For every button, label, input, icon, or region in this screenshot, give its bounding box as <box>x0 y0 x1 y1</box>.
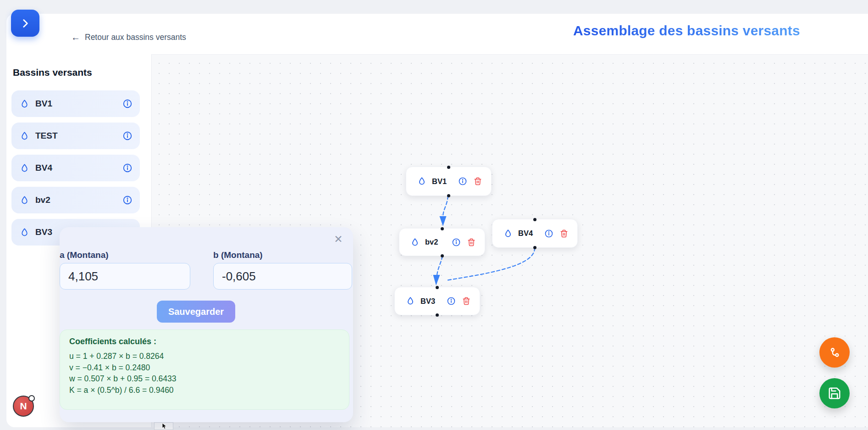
info-icon <box>122 195 133 205</box>
info-button[interactable] <box>122 195 133 205</box>
node-delete-button[interactable] <box>474 177 482 185</box>
node-label: BV3 <box>420 297 435 306</box>
montana-coefficients-modal: ✕ a (Montana) b (Montana) Sauvegarder Co… <box>60 227 353 422</box>
node-info-button[interactable] <box>458 177 467 186</box>
input-b-montana[interactable] <box>213 263 352 290</box>
save-assembly-button[interactable] <box>819 378 850 408</box>
droplet-icon <box>410 238 420 247</box>
flow-node-bv1[interactable]: BV1 <box>406 167 492 196</box>
route-icon <box>828 346 841 359</box>
info-icon <box>122 99 133 109</box>
droplet-icon <box>503 229 513 238</box>
info-button[interactable] <box>122 99 133 109</box>
flow-node-bv3[interactable]: BV3 <box>394 287 480 315</box>
droplet-icon <box>406 296 415 306</box>
node-label: BV1 <box>432 177 447 186</box>
arrow-left-icon: ← <box>71 33 80 42</box>
save-icon <box>828 386 841 400</box>
node-handle-bottom[interactable] <box>447 194 450 197</box>
assemble-route-button[interactable] <box>819 337 850 368</box>
field-label-a-montana: a (Montana) <box>60 250 109 260</box>
info-icon <box>458 177 467 186</box>
trash-icon <box>462 297 470 305</box>
node-handle-bottom[interactable] <box>436 313 439 317</box>
droplet-icon <box>20 163 29 173</box>
info-icon <box>122 131 133 141</box>
user-avatar[interactable]: N <box>13 396 34 417</box>
close-icon: ✕ <box>334 233 343 246</box>
coefficient-line-k: K = a × (0.5^b) / 6.6 = 0.9460 <box>69 385 340 396</box>
save-button[interactable]: Sauvegarder <box>157 301 235 323</box>
computed-coefficients-heading: Coefficients calculés : <box>69 337 340 346</box>
droplet-icon <box>20 195 29 205</box>
coefficient-line-w: w = 0.507 × b + 0.95 = 0.6433 <box>69 373 340 385</box>
node-handle-top[interactable] <box>436 286 439 289</box>
page-title: Assemblage des bassins versants <box>573 23 807 39</box>
droplet-icon <box>20 131 29 141</box>
node-info-button[interactable] <box>447 296 456 306</box>
avatar-status-badge <box>28 395 35 402</box>
trash-icon <box>560 229 568 238</box>
back-link-label: Retour aux bassins versants <box>85 33 186 42</box>
computed-coefficients-box: Coefficients calculés : u = 1 + 0.287 × … <box>60 329 349 410</box>
trash-icon <box>474 177 482 185</box>
trash-icon <box>467 238 475 246</box>
sidebar-item-bv1[interactable]: BV1 <box>11 90 140 117</box>
info-icon <box>122 163 133 173</box>
input-a-montana[interactable] <box>60 263 190 290</box>
info-button[interactable] <box>122 131 133 141</box>
node-handle-bottom[interactable] <box>441 254 444 257</box>
sidebar-item-label: BV4 <box>35 163 52 173</box>
coefficient-line-v: v = −0.41 × b = 0.2480 <box>69 362 340 374</box>
sidebar-heading: Bassins versants <box>13 67 92 78</box>
node-handle-top[interactable] <box>533 218 536 221</box>
sidebar-item-bv2[interactable]: bv2 <box>11 187 140 213</box>
node-info-button[interactable] <box>544 229 553 238</box>
droplet-icon <box>20 99 29 109</box>
node-delete-button[interactable] <box>462 297 470 305</box>
sidebar-item-label: BV1 <box>35 99 52 109</box>
sidebar-item-test[interactable]: TEST <box>11 123 140 149</box>
avatar-initial: N <box>20 401 27 412</box>
chevron-right-icon <box>19 17 31 29</box>
info-icon <box>447 296 456 306</box>
node-delete-button[interactable] <box>560 229 568 238</box>
back-link[interactable]: ← Retour aux bassins versants <box>71 31 186 43</box>
sidebar-item-bv4[interactable]: BV4 <box>11 155 140 181</box>
sidebar-toggle-button[interactable] <box>11 10 39 37</box>
node-label: BV4 <box>518 229 533 238</box>
flow-node-bv2[interactable]: bv2 <box>399 228 485 256</box>
node-handle-top[interactable] <box>441 227 444 230</box>
modal-close-button[interactable]: ✕ <box>330 231 347 247</box>
canvas-controls-sliver <box>154 422 173 430</box>
sidebar-item-label: bv2 <box>35 195 50 205</box>
node-info-button[interactable] <box>452 238 461 247</box>
node-handle-top[interactable] <box>447 166 450 169</box>
droplet-icon <box>20 228 29 237</box>
node-handle-bottom[interactable] <box>533 246 536 249</box>
info-button[interactable] <box>122 163 133 173</box>
app-window: { "header": { "back_label": "Retour aux … <box>0 0 868 430</box>
droplet-icon <box>417 177 426 186</box>
sidebar-item-label: TEST <box>35 131 58 141</box>
coefficient-line-u: u = 1 + 0.287 × b = 0.8264 <box>69 351 340 362</box>
info-icon <box>452 238 461 247</box>
node-delete-button[interactable] <box>467 238 475 246</box>
field-label-b-montana: b (Montana) <box>213 250 263 260</box>
node-label: bv2 <box>425 238 438 246</box>
flow-node-bv4[interactable]: BV4 <box>492 219 578 248</box>
sidebar-item-label: BV3 <box>35 227 52 237</box>
info-icon <box>544 229 553 238</box>
